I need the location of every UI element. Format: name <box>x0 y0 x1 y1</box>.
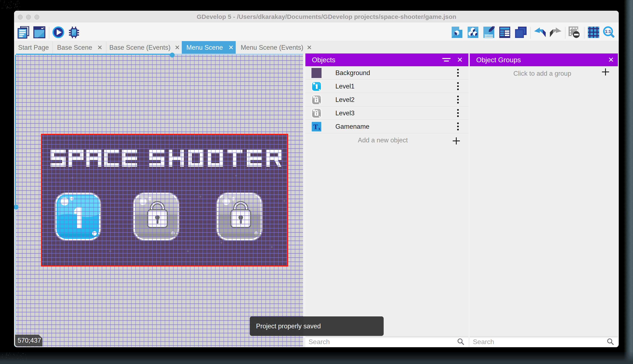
svg-text:1:1: 1:1 <box>605 29 611 34</box>
svg-text:T: T <box>313 123 318 131</box>
svg-text:x: x <box>319 126 321 131</box>
